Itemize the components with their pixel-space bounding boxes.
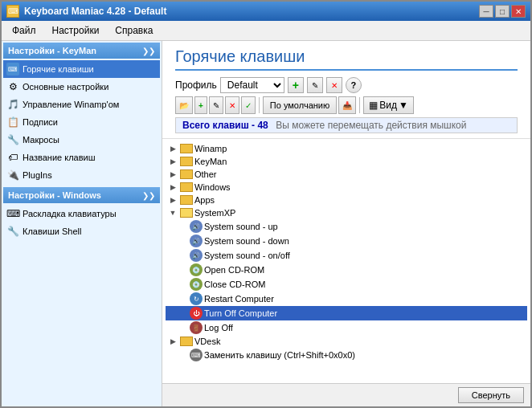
tree-label-logoff: Log Off xyxy=(204,323,233,333)
macros-icon: 🔧 xyxy=(6,133,19,146)
tree-item-systemxp[interactable]: ▼ SystemXP xyxy=(166,206,527,219)
tree-item-sound-up[interactable]: 🔊 System sound - up xyxy=(166,219,527,234)
tree-item-sound-onoff[interactable]: 🔊 System sound - on/off xyxy=(166,248,527,263)
expand-systemxp[interactable]: ▼ xyxy=(167,207,178,218)
close-button[interactable]: ✕ xyxy=(511,5,526,18)
sidebar-item-basic[interactable]: ⚙ Основные настройки xyxy=(3,78,160,96)
action-bar: 📂 + ✎ ✕ ✓ По умолчанию 📥 ▦ Вид ▼ xyxy=(175,96,518,114)
status-hint: Вы можете перемещать действия мышкой xyxy=(276,120,466,131)
tree-label-restart: Restart Computer xyxy=(204,294,274,304)
sidebar-item-plugins-label: PlugIns xyxy=(23,170,52,180)
menu-help[interactable]: Справка xyxy=(108,22,160,39)
expand-vdesk[interactable]: ▶ xyxy=(167,336,178,347)
sidebar-item-macros-label: Макросы xyxy=(23,135,59,145)
minimize-button[interactable]: ─ xyxy=(479,5,493,18)
app-icon: ⌨ xyxy=(6,5,19,18)
tree-item-logoff[interactable]: 🚪 Log Off xyxy=(166,320,527,335)
sidebar-item-subs[interactable]: 📋 Подписи xyxy=(3,113,160,131)
sidebar-item-keynames-label: Название клавиш xyxy=(23,153,96,162)
tree-item-apps[interactable]: ▶ Apps xyxy=(166,194,527,206)
sidebar-item-basic-label: Основные настройки xyxy=(23,82,108,92)
tree-label-close-cdrom: Close CD-ROM xyxy=(204,279,265,289)
tree-item-restart[interactable]: ↻ Restart Computer xyxy=(166,292,527,306)
tree-item-windows[interactable]: ▶ Windows xyxy=(166,181,527,194)
sidebar-section-windows[interactable]: Настройки - Windows ❯❯ xyxy=(3,187,160,203)
edit-button[interactable]: ✎ xyxy=(209,96,223,114)
sidebar-item-shell[interactable]: 🔧 Клавиши Shell xyxy=(3,222,160,240)
collapse-button[interactable]: Свернуть xyxy=(458,387,524,403)
maximize-button[interactable]: □ xyxy=(495,5,509,18)
folder-systemxp xyxy=(180,208,193,218)
tree-label-winamp: Winamp xyxy=(194,144,227,153)
sidebar-item-hotkeys-label: Горячие клавиши xyxy=(23,64,94,74)
profile-edit-button[interactable]: ✎ xyxy=(307,77,323,93)
import-button[interactable]: 📥 xyxy=(338,96,356,114)
sidebar-section-windows-arrow: ❯❯ xyxy=(142,191,155,200)
tree-item-other[interactable]: ▶ Other xyxy=(166,168,527,181)
folder-other xyxy=(180,169,193,179)
tree-item-turnoff[interactable]: ⏻ Turn Off Computer xyxy=(166,306,527,320)
sidebar-section-windows-title: Настройки - Windows xyxy=(8,190,101,200)
tree-item-open-cdrom[interactable]: 💿 Open CD-ROM xyxy=(166,263,527,277)
title-bar: ⌨ Keyboard Maniac 4.28 - Default ─ □ ✕ xyxy=(2,2,530,21)
content-area: Настройки - KeyMan ❯❯ ⌨ Горячие клавиши … xyxy=(2,41,530,406)
sidebar-item-winamp[interactable]: 🎵 Управление Winamp'ом xyxy=(3,96,160,113)
add-button[interactable]: + xyxy=(194,96,207,114)
sidebar-item-hotkeys[interactable]: ⌨ Горячие клавиши xyxy=(3,60,160,78)
tree-item-vdesk[interactable]: ▶ VDesk xyxy=(166,335,527,348)
menu-bar: Файл Настройки Справка xyxy=(2,21,530,41)
tree-label-sound-up: System sound - up xyxy=(204,222,278,231)
sidebar-item-winamp-label: Управление Winamp'ом xyxy=(23,100,119,109)
expand-keyman[interactable]: ▶ xyxy=(167,156,178,167)
menu-settings[interactable]: Настройки xyxy=(45,22,107,39)
tree-label-windows: Windows xyxy=(194,182,231,192)
help-button[interactable]: ? xyxy=(346,77,362,93)
tree-label-systemxp: SystemXP xyxy=(194,208,235,218)
tree-item-replace[interactable]: ⌨ Заменить клавишу (Ctrl+Shift+0x0x0) xyxy=(166,348,527,362)
sidebar-item-shell-label: Клавиши Shell xyxy=(23,226,81,236)
bottom-bar: Свернуть xyxy=(162,383,530,406)
tree-label-other: Other xyxy=(194,169,217,179)
profile-add-button[interactable]: + xyxy=(288,77,304,93)
sidebar-item-plugins[interactable]: 🔌 PlugIns xyxy=(3,166,160,184)
view-icon: ▦ xyxy=(369,100,378,111)
view-button[interactable]: ▦ Вид ▼ xyxy=(363,96,414,114)
folder-apps xyxy=(180,195,193,205)
expand-windows[interactable]: ▶ xyxy=(167,182,178,193)
profile-delete-button[interactable]: ✕ xyxy=(326,77,342,93)
toolbar-separator xyxy=(259,97,260,113)
plugins-icon: 🔌 xyxy=(6,169,19,182)
tree-label-vdesk: VDesk xyxy=(194,337,220,346)
window-title: Keyboard Maniac 4.28 - Default xyxy=(24,6,166,17)
sidebar-item-macros[interactable]: 🔧 Макросы xyxy=(3,131,160,149)
logoff-icon: 🚪 xyxy=(190,321,203,334)
close-cdrom-icon: 💿 xyxy=(190,278,203,291)
profile-select[interactable]: Default xyxy=(220,77,284,93)
toolbar-separator2 xyxy=(359,97,360,113)
sidebar-section-keyman[interactable]: Настройки - KeyMan ❯❯ xyxy=(3,43,160,59)
expand-apps[interactable]: ▶ xyxy=(167,194,178,206)
sidebar-item-layout[interactable]: ⌨ Раскладка клавиатуры xyxy=(3,205,160,222)
open-button[interactable]: 📂 xyxy=(175,96,193,114)
default-button[interactable]: По умолчанию xyxy=(263,96,337,114)
profile-bar: Профиль Default + ✎ ✕ ? xyxy=(175,77,518,93)
tree-item-close-cdrom[interactable]: 💿 Close CD-ROM xyxy=(166,277,527,292)
tree-label-turnoff: Turn Off Computer xyxy=(204,308,277,318)
page-title: Горячие клавиши xyxy=(175,47,518,71)
tree-container: ▶ Winamp ▶ KeyMan ▶ Other xyxy=(162,139,530,383)
sidebar-item-layout-label: Раскладка клавиатуры xyxy=(23,209,117,218)
tree-label-keyman: KeyMan xyxy=(194,157,227,166)
tree-label-open-cdrom: Open CD-ROM xyxy=(204,265,264,275)
basic-icon: ⚙ xyxy=(6,80,19,93)
menu-file[interactable]: Файл xyxy=(5,22,43,39)
sidebar: Настройки - KeyMan ❯❯ ⌨ Горячие клавиши … xyxy=(2,41,162,406)
expand-other[interactable]: ▶ xyxy=(167,169,178,180)
expand-winamp[interactable]: ▶ xyxy=(167,143,178,154)
tree-item-winamp[interactable]: ▶ Winamp xyxy=(166,142,527,155)
check-button[interactable]: ✓ xyxy=(241,96,256,114)
sidebar-item-keynames[interactable]: 🏷 Название клавиш xyxy=(3,149,160,166)
delete-button[interactable]: ✕ xyxy=(225,96,239,114)
tree-item-keyman[interactable]: ▶ KeyMan xyxy=(166,155,527,168)
shell-icon: 🔧 xyxy=(6,225,19,238)
tree-item-sound-down[interactable]: 🔊 System sound - down xyxy=(166,234,527,248)
